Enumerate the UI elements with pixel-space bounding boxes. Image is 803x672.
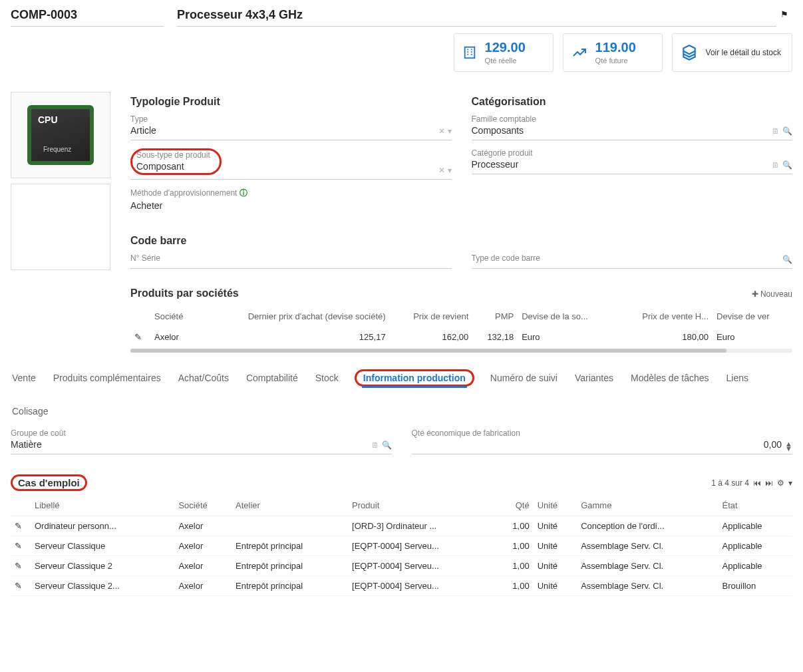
tab-num-ro-de-suivi[interactable]: Numéro de suivi bbox=[489, 369, 559, 387]
eco-qty-input[interactable]: 0,00 bbox=[412, 439, 793, 450]
cell-label: Ordinateur personn... bbox=[31, 516, 174, 536]
typology-title: Typologie Produit bbox=[130, 92, 452, 114]
cost-group-value[interactable]: Matière bbox=[11, 439, 392, 450]
col-currency-comp: Devise de la so... bbox=[518, 306, 615, 327]
product-code[interactable]: COMP-0003 bbox=[11, 5, 164, 27]
real-qty-label: Qté réelle bbox=[485, 57, 526, 65]
stock-detail-label: Voir le détail du stock bbox=[706, 48, 781, 57]
col-cost: Prix de revient bbox=[390, 306, 473, 327]
pencil-icon[interactable]: ✎ bbox=[15, 541, 22, 551]
tab-produits-compl-mentaires[interactable]: Produits complémentaires bbox=[52, 369, 162, 387]
clear-icon[interactable]: ✕ bbox=[438, 126, 445, 136]
use-case-row[interactable]: ✎Ordinateur personn...Axelor[ORD-3] Ordi… bbox=[11, 516, 792, 536]
cell-label: Serveur Classique 2... bbox=[31, 576, 174, 596]
real-qty-card[interactable]: 129.00 Qté réelle bbox=[454, 33, 554, 72]
pager-last-icon[interactable]: ⏭ bbox=[765, 478, 773, 488]
companies-title: Produits par sociétés bbox=[130, 283, 239, 306]
cell-company: Axelor bbox=[174, 556, 232, 576]
category-value[interactable]: Processeur bbox=[472, 159, 793, 170]
number-spinner[interactable]: ▲▼ bbox=[785, 442, 792, 451]
cell-workshop: Entrepôt principal bbox=[232, 536, 348, 556]
chevron-down-icon[interactable]: ▾ bbox=[448, 166, 452, 175]
empty-image-slot[interactable] bbox=[11, 184, 110, 270]
cell-company: Axelor bbox=[174, 536, 232, 556]
svg-rect-0 bbox=[464, 47, 474, 59]
tab-colisage[interactable]: Colisage bbox=[11, 402, 49, 420]
use-case-row[interactable]: ✎Serveur Classique 2...AxelorEntrepôt pr… bbox=[11, 576, 792, 596]
tab-stock[interactable]: Stock bbox=[314, 369, 340, 387]
tabs-bar: VenteProduits complémentairesAchat/Coûts… bbox=[11, 369, 792, 420]
col-company: Société bbox=[150, 306, 199, 327]
pencil-icon[interactable]: ✎ bbox=[15, 581, 22, 591]
tab-mod-les-de-t-ches[interactable]: Modèles de tâches bbox=[629, 369, 711, 387]
horizontal-scrollbar[interactable] bbox=[130, 349, 792, 353]
family-value[interactable]: Composants bbox=[472, 125, 793, 136]
cell-unit: Unité bbox=[534, 576, 577, 596]
tab-information-production[interactable]: Information production bbox=[355, 369, 474, 387]
stock-detail-card[interactable]: Voir le détail du stock bbox=[672, 33, 792, 72]
search-icon[interactable]: 🔍 bbox=[782, 160, 792, 170]
tab-label: Information production bbox=[362, 369, 467, 388]
type-label: Type bbox=[130, 114, 452, 124]
col-pmp: PMP bbox=[472, 306, 518, 327]
gear-icon[interactable]: ⚙ bbox=[777, 478, 784, 488]
subtype-label: Sous-type de produit bbox=[136, 150, 210, 160]
uc-col-unit: Unité bbox=[534, 495, 577, 516]
eco-qty-label: Qté économique de fabrication bbox=[412, 428, 793, 438]
pager-first-icon[interactable]: ⏮ bbox=[753, 478, 761, 488]
cost-group-label: Groupe de coût bbox=[11, 428, 392, 438]
cell-currency-sale: Euro bbox=[713, 327, 792, 347]
tab-comptabilit-[interactable]: Comptabilité bbox=[245, 369, 299, 387]
search-icon[interactable]: 🔍 bbox=[382, 440, 392, 450]
tab-variantes[interactable]: Variantes bbox=[573, 369, 615, 387]
subtype-value[interactable]: Composant bbox=[136, 161, 210, 172]
file-icon[interactable]: 🗎 bbox=[772, 160, 780, 170]
use-case-title: Cas d'emploi bbox=[11, 474, 87, 491]
cell-qty: 1,00 bbox=[495, 516, 534, 536]
cell-last-purchase: 125,17 bbox=[199, 327, 390, 347]
product-image[interactable] bbox=[11, 92, 110, 178]
future-qty-card[interactable]: 119.00 Qté future bbox=[563, 33, 663, 72]
cell-product: [EQPT-0004] Serveu... bbox=[348, 576, 495, 596]
use-case-row[interactable]: ✎Serveur ClassiqueAxelorEntrepôt princip… bbox=[11, 536, 792, 556]
pencil-icon[interactable]: ✎ bbox=[15, 561, 22, 571]
pencil-icon[interactable]: ✎ bbox=[134, 332, 142, 342]
tab-achat-co-ts[interactable]: Achat/Coûts bbox=[177, 369, 230, 387]
flag-icon[interactable]: ⚑ bbox=[776, 5, 792, 27]
barcode-title: Code barre bbox=[130, 231, 792, 253]
product-title[interactable]: Processeur 4x3,4 GHz bbox=[177, 5, 776, 27]
search-icon[interactable]: 🔍 bbox=[782, 126, 792, 136]
use-case-row[interactable]: ✎Serveur Classique 2AxelorEntrepôt princ… bbox=[11, 556, 792, 576]
cell-unit: Unité bbox=[534, 536, 577, 556]
file-icon[interactable]: 🗎 bbox=[772, 126, 780, 136]
cell-label: Serveur Classique 2 bbox=[31, 556, 174, 576]
trend-up-icon bbox=[571, 45, 587, 61]
info-icon[interactable]: ⓘ bbox=[240, 188, 247, 198]
chevron-down-icon[interactable]: ▾ bbox=[788, 478, 792, 488]
category-label: Catégorie produit bbox=[472, 148, 793, 158]
uc-col-qty: Qté bbox=[495, 495, 534, 516]
cell-currency-comp: Euro bbox=[518, 327, 615, 347]
file-icon[interactable]: 🗎 bbox=[371, 440, 379, 450]
cell-pmp: 132,18 bbox=[472, 327, 518, 347]
search-icon[interactable]: 🔍 bbox=[782, 255, 792, 264]
tab-vente[interactable]: Vente bbox=[11, 369, 37, 387]
cell-workshop: Entrepôt principal bbox=[232, 556, 348, 576]
uc-col-label: Libellé bbox=[31, 495, 174, 516]
tab-liens[interactable]: Liens bbox=[725, 369, 750, 387]
clear-icon[interactable]: ✕ bbox=[438, 166, 445, 175]
chevron-down-icon[interactable]: ▾ bbox=[448, 126, 452, 136]
cell-workshop bbox=[232, 516, 348, 536]
uc-col-workshop: Atelier bbox=[232, 495, 348, 516]
companies-row[interactable]: ✎Axelor125,17162,00132,18Euro180,00Euro bbox=[130, 327, 792, 347]
new-company-button[interactable]: ✚ Nouveau bbox=[752, 289, 792, 299]
cell-state: Applicable bbox=[719, 516, 792, 536]
use-cases-table: Libellé Société Atelier Produit Qté Unit… bbox=[11, 495, 792, 596]
future-qty-value: 119.00 bbox=[595, 41, 636, 54]
pencil-icon[interactable]: ✎ bbox=[15, 521, 22, 531]
type-value[interactable]: Article bbox=[130, 125, 452, 136]
cell-company: Axelor bbox=[150, 327, 199, 347]
cell-state: Applicable bbox=[719, 556, 792, 576]
cell-qty: 1,00 bbox=[495, 576, 534, 596]
cell-cost: 162,00 bbox=[390, 327, 473, 347]
